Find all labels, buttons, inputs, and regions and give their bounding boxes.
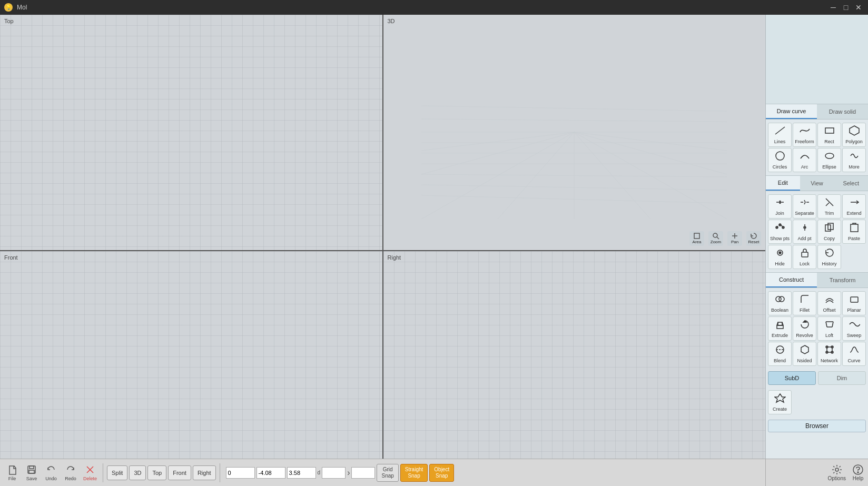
tool-sweep[interactable]: Sweep [842, 316, 866, 341]
tool-join[interactable]: Join [768, 194, 792, 219]
tool-fillet[interactable]: Fillet [793, 291, 816, 315]
tool-blend[interactable]: Blend [768, 342, 792, 366]
svg-rect-18 [694, 233, 699, 239]
tool-circles[interactable]: Circles [768, 148, 792, 172]
create-section: Create [766, 387, 868, 418]
tool-arc[interactable]: Arc [793, 148, 816, 172]
undo-button[interactable]: Undo [42, 464, 60, 482]
tab-draw-solid[interactable]: Draw solid [817, 104, 868, 119]
tool-polygon[interactable]: Polygon [842, 123, 866, 147]
subd-button[interactable]: SubD [768, 371, 816, 385]
tool-show-pts[interactable]: Show pts [768, 220, 792, 244]
view-front-button[interactable]: Front [168, 465, 191, 480]
construct-tools-section: Boolean Fillet Offset [766, 288, 868, 369]
maximize-button[interactable]: □ [841, 2, 851, 13]
tool-create[interactable]: Create [768, 390, 792, 414]
tool-planar[interactable]: Planar [842, 291, 866, 315]
tab-select[interactable]: Select [834, 176, 868, 191]
coord-z-input[interactable] [287, 467, 316, 479]
viewport-top-label: Top [4, 18, 14, 24]
tool-loft[interactable]: Loft [817, 316, 841, 341]
viewport-front[interactable]: Front [0, 251, 382, 487]
tab-construct[interactable]: Construct [766, 273, 817, 287]
preview-area [766, 15, 868, 104]
right-panel: Draw curve Draw solid Lines Free [765, 15, 868, 486]
pan-button[interactable]: Pan [727, 231, 742, 246]
draw-curve-tools: Lines Freeform Rect [766, 120, 868, 175]
redo-button[interactable]: Redo [62, 464, 80, 482]
tool-extend[interactable]: Extend [842, 194, 866, 219]
tool-nsided[interactable]: Nsided [793, 342, 816, 366]
zoom-button[interactable]: Zoom [708, 231, 723, 246]
create-grid: Create [768, 390, 866, 414]
separator-bottom [103, 463, 103, 482]
tool-boolean[interactable]: Boolean [768, 291, 792, 315]
split-view-button[interactable]: Split [107, 465, 127, 480]
svg-rect-45 [777, 325, 783, 329]
tool-offset[interactable]: Offset [817, 291, 841, 315]
tab-transform[interactable]: Transform [817, 273, 868, 287]
minimize-button[interactable]: ─ [828, 2, 839, 13]
help-button[interactable]: Help [852, 464, 864, 481]
coord-y-input[interactable] [257, 467, 285, 479]
tool-freeform[interactable]: Freeform [793, 123, 816, 147]
svg-rect-38 [851, 224, 858, 232]
tool-ellipse[interactable]: Ellipse [817, 148, 841, 172]
view-top-button[interactable]: Top [147, 465, 166, 480]
titlebar: 💡 Mol ─ □ ✕ [0, 0, 868, 15]
viewports-container: Top 3D [0, 15, 765, 486]
tool-hide[interactable]: Hide [768, 245, 792, 269]
tool-lines[interactable]: Lines [768, 123, 792, 147]
tool-more-curves[interactable]: More [842, 148, 866, 172]
delete-button[interactable]: Delete [81, 464, 99, 482]
close-button[interactable]: ✕ [853, 2, 864, 13]
svg-point-25 [825, 153, 834, 158]
save-button[interactable]: Save [23, 464, 41, 482]
viewport-top[interactable]: Top [0, 15, 382, 250]
tool-rect[interactable]: Rect [817, 123, 841, 147]
tab-edit[interactable]: Edit [766, 176, 800, 191]
bottom-bar: File Save Undo Redo Delete Split 3D Top … [0, 459, 765, 486]
object-snap-button[interactable]: Object Snap [429, 464, 454, 482]
browser-button[interactable]: Browser [768, 420, 866, 432]
tool-copy[interactable]: Copy [817, 220, 841, 244]
coord-d-input[interactable] [322, 467, 346, 479]
coordinates: d › [226, 467, 376, 479]
svg-point-67 [857, 472, 859, 473]
view-3d-button[interactable]: 3D [129, 465, 146, 480]
tab-view[interactable]: View [800, 176, 834, 191]
straight-snap-button[interactable]: Straight Snap [400, 464, 428, 482]
options-button[interactable]: Options [828, 464, 846, 481]
tool-paste[interactable]: Paste [842, 220, 866, 244]
reset-button[interactable]: Reset [746, 231, 761, 246]
construct-tools-grid: Boolean Fillet Offset [768, 291, 866, 366]
dim-button[interactable]: Dim [818, 371, 866, 385]
svg-point-52 [831, 346, 833, 348]
tool-history[interactable]: History [817, 245, 841, 269]
view-right-button[interactable]: Right [193, 465, 216, 480]
tab-draw-curve[interactable]: Draw curve [766, 104, 817, 119]
file-button[interactable]: File [3, 464, 21, 482]
viewport-right[interactable]: Right [383, 251, 766, 487]
tool-separate[interactable]: Separate [793, 194, 816, 219]
viewport-3d[interactable]: 3D [383, 15, 766, 250]
coord-d-label: d [318, 470, 321, 475]
grid-snap-button[interactable]: Grid Snap [377, 464, 398, 482]
tool-trim[interactable]: Trim [817, 194, 841, 219]
coord-x-input[interactable] [226, 467, 255, 479]
tool-add-pt[interactable]: Add pt [793, 220, 816, 244]
viewport-3d-label: 3D [388, 18, 395, 24]
tool-network[interactable]: Network [817, 342, 841, 366]
area-button[interactable]: Area [689, 231, 704, 246]
svg-point-65 [835, 468, 839, 471]
tool-extrude[interactable]: Extrude [768, 316, 792, 341]
svg-point-43 [779, 296, 784, 302]
tool-lock[interactable]: Lock [793, 245, 816, 269]
tool-revolve[interactable]: Revolve [793, 316, 816, 341]
coord-angle-input[interactable] [351, 467, 375, 479]
svg-line-2 [421, 106, 727, 111]
tool-curve[interactable]: Curve [842, 342, 866, 366]
svg-line-28 [804, 200, 805, 202]
bottom-right-bar: Options Help [765, 459, 868, 486]
svg-marker-23 [850, 126, 859, 135]
